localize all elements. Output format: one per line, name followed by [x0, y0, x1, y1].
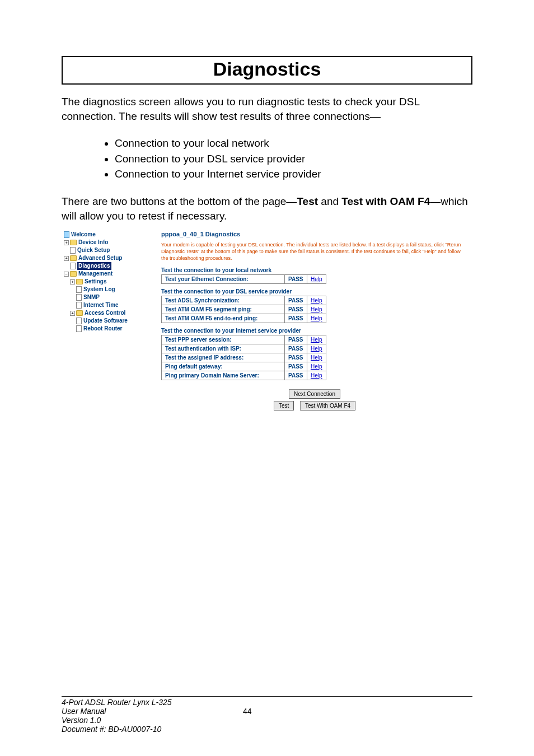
folder-icon: [70, 255, 77, 261]
tree-item-diagnostics[interactable]: Diagnostics: [64, 262, 154, 270]
section-head-dsl: Test the connection to your DSL service …: [161, 288, 468, 295]
test-name: Test authentication with ISP:: [162, 344, 285, 353]
tree-label: Quick Setup: [77, 246, 110, 254]
test-name: Test PPP server session:: [162, 335, 285, 344]
test-name: Test ATM OAM F5 segment ping:: [162, 305, 285, 314]
bullet-item: Connection to your DSL service provider: [115, 151, 472, 167]
help-link[interactable]: Help: [311, 315, 322, 321]
nav-tree: Welcome + Device Info Quick Setup + Adva…: [62, 228, 157, 402]
help-link[interactable]: Help: [311, 354, 322, 361]
expander-icon[interactable]: +: [64, 240, 69, 245]
footer-manual: User Manual: [62, 707, 106, 716]
text-fragment: and: [318, 195, 341, 207]
page-icon: [76, 294, 82, 301]
next-connection-button[interactable]: Next Connection: [289, 389, 340, 399]
test-status: PASS: [285, 305, 307, 314]
page-icon: [70, 263, 76, 269]
tree-item-quick-setup[interactable]: Quick Setup: [64, 246, 154, 254]
footer-page-number: 44: [106, 707, 388, 716]
help-link[interactable]: Help: [311, 337, 322, 343]
page-icon: [76, 318, 82, 324]
test-name: Test ATM OAM F5 end-to-end ping:: [162, 314, 285, 323]
folder-icon: [76, 310, 83, 316]
tree-item-management[interactable]: − Management: [64, 270, 154, 278]
page-icon: [76, 325, 82, 332]
folder-icon: [70, 271, 77, 277]
tree-item-system-log[interactable]: System Log: [64, 286, 154, 293]
expander-icon[interactable]: −: [64, 272, 69, 277]
help-link[interactable]: Help: [311, 363, 322, 370]
footer-product: 4-Port ADSL Router Lynx L-325: [62, 698, 172, 707]
help-link[interactable]: Help: [311, 346, 322, 352]
diag-table-internet: Test PPP server session: PASS Help Test …: [161, 335, 326, 380]
bold-test: Test: [297, 195, 318, 207]
intro-paragraph: The diagnostics screen allows you to run…: [62, 95, 472, 123]
tree-item-welcome[interactable]: Welcome: [64, 231, 154, 239]
tree-label: Management: [78, 270, 113, 278]
tree-label: Update Software: [83, 317, 128, 325]
test-name: Ping default gateway:: [162, 362, 285, 371]
text-fragment: There are two buttons at the bottom of t…: [62, 195, 297, 207]
tree-item-snmp[interactable]: SNMP: [64, 293, 154, 301]
bullet-item: Connection to your local network: [115, 136, 472, 151]
page-title: Diagnostics: [63, 58, 471, 80]
table-row: Test authentication with ISP: PASS Help: [162, 344, 326, 353]
test-name: Test your Ethernet Connection:: [162, 275, 285, 284]
bold-test-oam: Test with OAM F4: [341, 195, 430, 207]
tree-item-internet-time[interactable]: Internet Time: [64, 301, 154, 309]
table-row: Test ADSL Synchronization: PASS Help: [162, 296, 326, 305]
expander-icon[interactable]: +: [70, 279, 75, 284]
test-status: PASS: [285, 296, 307, 305]
bullet-list: Connection to your local network Connect…: [115, 136, 472, 182]
tree-label: System Log: [83, 286, 115, 293]
diagnostics-panel: pppoa_0_40_1 Diagnostics Your modem is c…: [157, 228, 472, 402]
table-row: Test PPP server session: PASS Help: [162, 335, 326, 344]
tree-label: Reboot Router: [83, 325, 122, 333]
table-row: Ping primary Domain Name Server: PASS He…: [162, 371, 326, 380]
page-footer: 4-Port ADSL Router Lynx L-325 User Manua…: [62, 696, 472, 734]
folder-icon: [76, 279, 83, 284]
test-status: PASS: [285, 344, 307, 353]
tree-item-reboot-router[interactable]: Reboot Router: [64, 325, 154, 333]
page-title-box: Diagnostics: [62, 56, 472, 85]
page-icon: [76, 286, 82, 293]
footer-divider: [62, 696, 472, 697]
test-status: PASS: [285, 314, 307, 323]
table-row: Test ATM OAM F5 segment ping: PASS Help: [162, 305, 326, 314]
tree-label: Device Info: [78, 239, 108, 246]
folder-icon: [70, 240, 77, 245]
tree-label: Settings: [85, 278, 106, 286]
help-link[interactable]: Help: [311, 276, 322, 282]
test-button[interactable]: Test: [274, 401, 294, 410]
tree-label: Welcome: [71, 231, 96, 239]
test-status: PASS: [285, 371, 307, 380]
help-link[interactable]: Help: [311, 306, 322, 312]
table-row: Test ATM OAM F5 end-to-end ping: PASS He…: [162, 314, 326, 323]
help-link[interactable]: Help: [311, 372, 322, 379]
tree-label: Advanced Setup: [78, 254, 122, 262]
tree-item-access-control[interactable]: + Access Control: [64, 309, 154, 317]
tree-item-settings[interactable]: + Settings: [64, 278, 154, 286]
test-status: PASS: [285, 335, 307, 344]
embedded-screenshot: Welcome + Device Info Quick Setup + Adva…: [62, 228, 472, 402]
bullet-item: Connection to your Internet service prov…: [115, 166, 472, 182]
test-status: PASS: [285, 275, 307, 284]
diag-table-local: Test your Ethernet Connection: PASS Help: [161, 274, 326, 284]
diag-title: pppoa_0_40_1 Diagnostics: [161, 231, 468, 237]
page-icon: [64, 231, 69, 238]
expander-icon[interactable]: +: [70, 311, 75, 316]
button-row: Next Connection Test Test With OAM F4: [161, 388, 468, 412]
test-oam-button[interactable]: Test With OAM F4: [300, 401, 355, 410]
tree-item-advanced-setup[interactable]: + Advanced Setup: [64, 254, 154, 262]
tree-item-device-info[interactable]: + Device Info: [64, 239, 154, 246]
expander-icon[interactable]: +: [64, 256, 69, 261]
tree-label: Access Control: [85, 309, 125, 317]
table-row: Ping default gateway: PASS Help: [162, 362, 326, 371]
section-head-local: Test the connection to your local networ…: [161, 267, 468, 273]
pre-screenshot-paragraph: There are two buttons at the bottom of t…: [62, 194, 472, 223]
tree-item-update-software[interactable]: Update Software: [64, 317, 154, 325]
page-icon: [76, 302, 82, 309]
diag-table-dsl: Test ADSL Synchronization: PASS Help Tes…: [161, 296, 326, 323]
help-link[interactable]: Help: [311, 297, 322, 304]
test-name: Ping primary Domain Name Server:: [162, 371, 285, 380]
